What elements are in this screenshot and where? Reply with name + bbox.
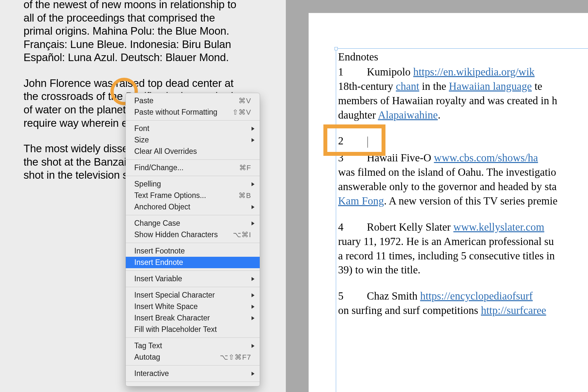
menu-separator [126, 382, 260, 382]
menu-insert-endnote[interactable]: Insert Endnote [126, 257, 260, 268]
endnote-link[interactable]: http://surfcaree [481, 304, 546, 316]
endnotes-page: Endnotes 1Kumipolo https://en.wikipedia.… [309, 13, 588, 392]
endnote-1: 1Kumipolo https://en.wikipedia.org/wik 1… [338, 65, 588, 122]
endnote-link[interactable]: www.cbs.com/shows/ha [434, 152, 538, 164]
endnote-link[interactable]: chant [396, 80, 419, 92]
endnote-link[interactable]: Hawaiian language [449, 80, 532, 92]
frame-handle-top-left[interactable] [335, 47, 338, 50]
menu-size[interactable]: Size [126, 134, 260, 146]
menu-paste[interactable]: Paste ⌘V [126, 95, 260, 106]
paragraph-1: of the newest of new moons in relationsh… [24, 0, 239, 64]
menu-insert-white-space[interactable]: Insert White Space [126, 301, 260, 312]
annotation-box [323, 124, 385, 156]
endnote-link[interactable]: www.kellyslater.com [453, 221, 544, 233]
pasteboard: Endnotes 1Kumipolo https://en.wikipedia.… [286, 0, 588, 392]
endnotes-heading: Endnotes [338, 50, 588, 64]
menu-autotag[interactable]: Autotag ⌥⇧⌘F7 [126, 351, 260, 363]
shortcut-label: ⌘V [238, 97, 251, 105]
menu-tag-text[interactable]: Tag Text [126, 340, 260, 351]
menu-insert-special-character[interactable]: Insert Special Character [126, 289, 260, 301]
menu-paste-without-formatting[interactable]: Paste without Formatting ⇧⌘V [126, 106, 260, 118]
endnote-link[interactable]: Alapaiwahine [378, 109, 438, 121]
endnote-4: 4Robert Kelly Slater www.kellyslater.com… [338, 220, 588, 278]
shortcut-label: ⌥⇧⌘F7 [220, 353, 251, 362]
endnote-number: 5 [338, 289, 367, 303]
menu-interactive[interactable]: Interactive [126, 368, 260, 379]
endnote-link[interactable]: https://encyclopediaofsurf [420, 290, 533, 302]
menu-font[interactable]: Font [126, 123, 260, 134]
endnotes-text-frame[interactable]: Endnotes 1Kumipolo https://en.wikipedia.… [336, 48, 588, 392]
shortcut-label: ⌘F [239, 164, 251, 172]
menu-insert-variable[interactable]: Insert Variable [126, 273, 260, 285]
menu-separator [126, 337, 260, 338]
menu-clear-all-overrides[interactable]: Clear All Overrides [126, 146, 260, 157]
shortcut-label: ⌥⌘I [233, 231, 251, 239]
endnote-number: 4 [338, 220, 367, 235]
menu-anchored-object[interactable]: Anchored Object [126, 201, 260, 213]
shortcut-label: ⇧⌘V [232, 108, 251, 117]
shortcut-label: ⌘B [238, 191, 251, 200]
menu-find-change[interactable]: Find/Change... ⌘F [126, 162, 260, 173]
menu-change-case[interactable]: Change Case [126, 218, 260, 229]
menu-separator [126, 270, 260, 271]
endnote-link[interactable]: Kam Fong [338, 195, 384, 207]
menu-separator [126, 287, 260, 287]
menu-separator [126, 176, 260, 176]
endnote-number: 1 [338, 65, 367, 79]
endnotes-content[interactable]: Endnotes 1Kumipolo https://en.wikipedia.… [336, 49, 588, 331]
menu-separator [126, 159, 260, 160]
menu-separator [126, 365, 260, 366]
context-menu[interactable]: Paste ⌘V Paste without Formatting ⇧⌘V Fo… [125, 93, 260, 386]
menu-text-frame-options[interactable]: Text Frame Options... ⌘B [126, 190, 260, 201]
menu-separator [126, 215, 260, 215]
endnote-3: 3Hawaii Five-O www.cbs.com/shows/ha was … [338, 151, 588, 208]
menu-fill-with-placeholder-text[interactable]: Fill with Placeholder Text [126, 324, 260, 335]
workspace: of the newest of new moons in relationsh… [0, 0, 588, 392]
menu-separator [126, 243, 260, 243]
endnote-link[interactable]: https://en.wikipedia.org/wik [413, 66, 535, 78]
menu-separator [126, 120, 260, 121]
menu-insert-footnote[interactable]: Insert Footnote [126, 245, 260, 257]
menu-insert-break-character[interactable]: Insert Break Character [126, 312, 260, 324]
menu-show-hidden-characters[interactable]: Show Hidden Characters ⌥⌘I [126, 229, 260, 240]
endnote-5: 5Chaz Smith https://encyclopediaofsurf o… [338, 289, 588, 318]
menu-spelling[interactable]: Spelling [126, 178, 260, 190]
